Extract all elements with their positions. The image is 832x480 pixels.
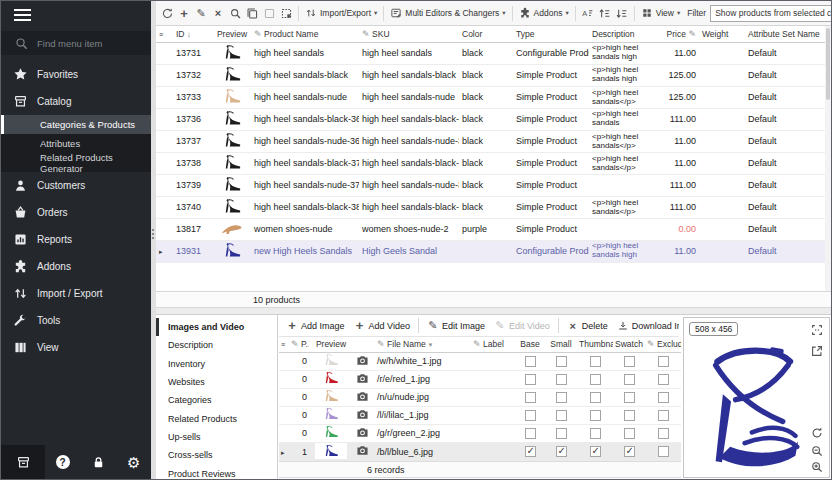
exclude-checkbox[interactable]: [658, 356, 669, 367]
column-header-weight[interactable]: Weight: [699, 26, 745, 42]
add-image-button[interactable]: +Add Image: [282, 320, 349, 332]
swatch-checkbox[interactable]: [624, 356, 635, 367]
base-checkbox[interactable]: [525, 410, 536, 421]
swatch-checkbox[interactable]: [624, 446, 635, 457]
delete-button[interactable]: ×Delete: [563, 320, 612, 332]
open-external-button[interactable]: [810, 344, 824, 358]
product-row[interactable]: 13737high heel sandals-nude-36high heel …: [156, 130, 827, 152]
image-row[interactable]: 0/g/r/green_2.jpg: [279, 424, 681, 442]
lock-icon[interactable]: [91, 455, 106, 470]
column-header-id[interactable]: ID ↓: [173, 26, 213, 42]
column-header-preview[interactable]: Preview: [309, 337, 353, 352]
rotate-button[interactable]: [810, 426, 824, 440]
sidebar-item-addons[interactable]: Addons: [1, 253, 151, 280]
download-image-button[interactable]: Download Image: [613, 320, 679, 332]
column-header-swatch[interactable]: Swatch: [613, 337, 645, 352]
small-checkbox[interactable]: [556, 446, 567, 457]
column-header-set[interactable]: Attribute Set Name: [745, 26, 827, 42]
small-checkbox[interactable]: [556, 392, 567, 403]
column-header-name[interactable]: ✎ Product Name: [251, 26, 359, 42]
column-header-color[interactable]: Color: [459, 26, 513, 42]
move-up-button[interactable]: [597, 5, 613, 22]
base-checkbox[interactable]: [525, 428, 536, 439]
product-row[interactable]: 13740high heel sandals-black-38high heel…: [156, 196, 827, 218]
image-row[interactable]: 0/n/u/nude.jpg: [279, 388, 681, 406]
product-row[interactable]: 13733high heel sandals-nudehigh heel san…: [156, 86, 827, 108]
product-row[interactable]: ▸13931new High Heels SandalsHigh Geels S…: [156, 240, 827, 262]
tab-up-sells[interactable]: Up-sells: [156, 428, 277, 446]
tab-description[interactable]: Description: [156, 336, 277, 354]
base-checkbox[interactable]: [525, 446, 536, 457]
help-button[interactable]: ?: [56, 455, 70, 469]
column-header-thumb[interactable]: Thumbna: [577, 337, 613, 352]
marquee-button[interactable]: [278, 5, 294, 22]
thumbnail-checkbox[interactable]: [590, 428, 601, 439]
column-header-base[interactable]: Base: [515, 337, 545, 352]
bottom-catalog-button[interactable]: [1, 445, 45, 479]
column-header-cam[interactable]: [353, 337, 375, 352]
menu-view[interactable]: View▾: [639, 7, 683, 19]
swatch-checkbox[interactable]: [624, 428, 635, 439]
exclude-checkbox[interactable]: [658, 428, 669, 439]
sidebar-item-related-products-generator[interactable]: Related Products Generator: [1, 153, 151, 172]
tab-related-products[interactable]: Related Products: [156, 409, 277, 427]
images-corner-cell[interactable]: ≡: [279, 337, 289, 352]
swatch-checkbox[interactable]: [624, 374, 635, 385]
tab-product-reviews[interactable]: Product Reviews: [156, 464, 277, 480]
sidebar-item-orders[interactable]: Orders: [1, 199, 151, 226]
gear-icon[interactable]: ⚙: [127, 455, 140, 470]
small-checkbox[interactable]: [556, 356, 567, 367]
exclude-checkbox[interactable]: [658, 392, 669, 403]
product-row[interactable]: 13736high heel sandals-black-36high heel…: [156, 108, 827, 130]
tab-cross-sells[interactable]: Cross-sells: [156, 446, 277, 464]
sidebar-item-attributes[interactable]: Attributes: [1, 134, 151, 153]
column-header-pos[interactable]: ✎ P...: [289, 337, 309, 352]
sidebar-item-categories-products[interactable]: Categories & Products: [1, 115, 151, 134]
product-row[interactable]: 13732high heel sandals-blackhigh heel sa…: [156, 64, 827, 86]
menu-multi-editors-changers[interactable]: Multi Editors & Changers▾: [388, 7, 507, 19]
tab-categories[interactable]: Categories: [156, 391, 277, 409]
exclude-checkbox[interactable]: [658, 374, 669, 385]
menu-import-export[interactable]: Import/Export▾: [303, 7, 379, 19]
base-checkbox[interactable]: [525, 374, 536, 385]
sort-alpha-button[interactable]: A: [580, 5, 596, 22]
tab-websites[interactable]: Websites: [156, 373, 277, 391]
product-row[interactable]: 13738high heel sandals-black-37high heel…: [156, 152, 827, 174]
checkbox-button[interactable]: [261, 5, 277, 22]
column-header-exclude[interactable]: ✎ Exclude: [645, 337, 681, 352]
grid-corner-cell[interactable]: ≡: [156, 26, 173, 42]
sidebar-item-catalog[interactable]: Catalog: [1, 88, 151, 115]
column-header-small[interactable]: Small: [545, 337, 577, 352]
edit-button[interactable]: ✎: [193, 5, 209, 22]
actual-size-button[interactable]: [810, 323, 824, 337]
swatch-checkbox[interactable]: [624, 392, 635, 403]
add-video-button[interactable]: +Add Video: [350, 320, 414, 332]
search-button[interactable]: [227, 5, 243, 22]
delete-button[interactable]: ×: [210, 5, 226, 22]
thumbnail-checkbox[interactable]: [590, 392, 601, 403]
base-checkbox[interactable]: [525, 392, 536, 403]
exclude-checkbox[interactable]: [658, 410, 669, 421]
small-checkbox[interactable]: [556, 374, 567, 385]
image-row[interactable]: 0/l/i/lilac_1.jpg: [279, 406, 681, 424]
zoom-out-button[interactable]: [810, 444, 824, 458]
thumbnail-checkbox[interactable]: [590, 356, 601, 367]
scrollbar-thumb[interactable]: [826, 28, 830, 100]
vertical-scrollbar[interactable]: [825, 26, 831, 291]
move-down-button[interactable]: [614, 5, 630, 22]
menu-addons[interactable]: Addons▾: [517, 7, 571, 19]
add-button[interactable]: +: [176, 5, 192, 22]
menu-search-input[interactable]: Find menu item: [1, 31, 151, 55]
sidebar-item-tools[interactable]: Tools: [1, 307, 151, 334]
product-row[interactable]: 13817women shoes-nudewomen shoes-nude-2p…: [156, 218, 827, 240]
sidebar-item-favorites[interactable]: Favorites: [1, 61, 151, 88]
sidebar-item-customers[interactable]: Customers: [1, 172, 151, 199]
exclude-checkbox[interactable]: [658, 446, 669, 457]
column-header-preview[interactable]: Preview: [213, 26, 251, 42]
zoom-in-button[interactable]: [810, 460, 824, 474]
sidebar-item-reports[interactable]: Reports: [1, 226, 151, 253]
image-row[interactable]: 0/w/h/white_1.jpg: [279, 352, 681, 370]
tab-inventory[interactable]: Inventory: [156, 355, 277, 373]
thumbnail-checkbox[interactable]: [590, 446, 601, 457]
tab-images-and-video[interactable]: Images and Video: [156, 318, 277, 336]
